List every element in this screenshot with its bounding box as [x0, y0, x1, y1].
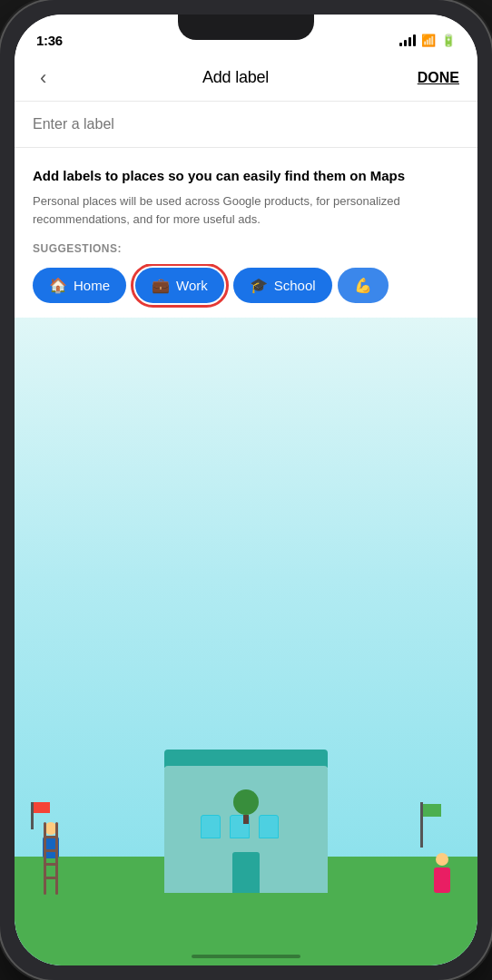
ladder-side-right	[55, 822, 58, 895]
tree	[233, 789, 259, 824]
person-right-head	[436, 853, 448, 866]
person-right-body	[434, 867, 450, 893]
page-title: Add label	[202, 68, 269, 87]
ladder-rung-1	[44, 836, 58, 838]
tree-crown	[233, 789, 259, 815]
status-time: 1:36	[36, 33, 63, 48]
battery-icon: 🔋	[441, 34, 456, 47]
window-1	[201, 815, 221, 838]
screen: 1:36 📶 🔋 ‹ Add	[15, 15, 477, 965]
chip-home[interactable]: 🏠 Home	[33, 268, 126, 303]
school-icon: 🎓	[250, 277, 268, 294]
info-section: Add labels to places so you can easily f…	[15, 148, 477, 242]
back-button[interactable]: ‹	[33, 59, 54, 97]
work-icon: 💼	[152, 277, 170, 294]
gym-icon: 💪	[354, 277, 372, 294]
chip-school-label: School	[274, 278, 316, 293]
nav-bar: ‹ Add label DONE	[15, 54, 477, 102]
flag-right	[420, 802, 423, 848]
signal-icon	[399, 34, 416, 46]
label-input[interactable]	[33, 116, 459, 132]
chip-gym[interactable]: 💪	[338, 268, 389, 303]
wifi-icon: 📶	[421, 34, 436, 47]
label-input-area	[15, 102, 477, 148]
tree-trunk	[243, 815, 249, 824]
suggestions-row: 🏠 Home 💼 Work 🎓 School 💪	[15, 264, 477, 318]
chip-home-label: Home	[74, 278, 110, 293]
notch	[178, 15, 314, 40]
ladder-rung-4	[44, 877, 58, 879]
done-button[interactable]: DONE	[418, 70, 459, 86]
flag-right-banner	[423, 804, 441, 817]
info-title: Add labels to places so you can easily f…	[33, 166, 459, 185]
flag-left	[31, 802, 34, 829]
chip-school[interactable]: 🎓 School	[233, 268, 332, 303]
info-description: Personal places will be used across Goog…	[33, 192, 459, 228]
home-icon: 🏠	[49, 277, 67, 294]
person-right	[434, 853, 450, 893]
ladder-rung-3	[44, 863, 58, 866]
building-door	[232, 852, 260, 893]
suggestions-label: SUGGESTIONS:	[15, 242, 477, 264]
phone-inner: 1:36 📶 🔋 ‹ Add	[15, 15, 477, 965]
building-main	[164, 766, 328, 893]
phone-frame: 1:36 📶 🔋 ‹ Add	[0, 0, 492, 980]
ladder-side-left	[44, 822, 46, 895]
window-3	[259, 815, 279, 838]
flag-left-banner	[34, 802, 50, 813]
illustration-area	[15, 318, 477, 965]
ladder	[40, 822, 62, 895]
home-indicator	[192, 955, 300, 958]
chip-work-label: Work	[176, 278, 208, 293]
status-icons: 📶 🔋	[399, 34, 456, 47]
chip-work[interactable]: 💼 Work	[135, 268, 224, 303]
building-roof	[164, 750, 328, 768]
ladder-group	[40, 822, 62, 895]
ladder-rung-2	[44, 849, 58, 852]
